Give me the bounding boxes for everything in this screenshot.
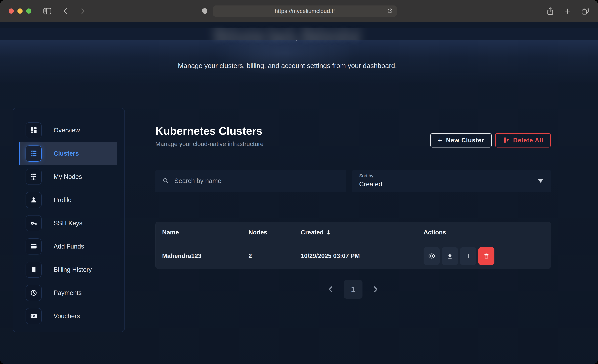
sort-updown-icon: ↕ bbox=[326, 229, 331, 236]
sort-value: Created bbox=[359, 181, 544, 188]
table-header-row: Name Nodes Created↕ Actions bbox=[156, 222, 551, 243]
sidebar-item-label: Overview bbox=[54, 127, 80, 134]
sidebar-item-billing-history[interactable]: Billing History bbox=[13, 258, 125, 281]
header-actions: + New Cluster bbox=[430, 133, 551, 148]
sidebar-item-label: Profile bbox=[54, 196, 72, 204]
prev-page-icon[interactable] bbox=[327, 286, 333, 293]
sidebar-toggle-icon[interactable] bbox=[43, 7, 52, 16]
sidebar-item-add-funds[interactable]: Add Funds bbox=[13, 235, 125, 258]
minimize-window-button[interactable] bbox=[17, 8, 23, 14]
row-actions bbox=[424, 247, 544, 265]
view-cluster-button[interactable] bbox=[424, 247, 440, 265]
trash-icon bbox=[483, 253, 490, 259]
reload-icon[interactable] bbox=[387, 8, 393, 14]
sidebar-item-label: My Nodes bbox=[54, 173, 82, 180]
sidebar-item-payments[interactable]: Payments bbox=[13, 281, 125, 305]
new-tab-icon[interactable] bbox=[564, 7, 572, 15]
address-bar-group: https://myceliumcloud.tf bbox=[201, 6, 397, 17]
plus-icon bbox=[465, 253, 472, 259]
search-icon bbox=[162, 177, 169, 184]
clock-icon bbox=[25, 285, 42, 301]
browser-toolbar: https://myceliumcloud.tf bbox=[0, 0, 598, 22]
filter-row: Sort by Created bbox=[155, 170, 551, 192]
forward-icon[interactable] bbox=[79, 8, 86, 15]
clusters-titles: Kubernetes Clusters Manage your cloud-na… bbox=[155, 124, 264, 148]
back-icon[interactable] bbox=[62, 8, 70, 15]
receipt-icon bbox=[25, 262, 42, 278]
key-icon bbox=[25, 215, 42, 231]
sidebar-item-clusters[interactable]: Clusters bbox=[13, 142, 125, 165]
download-kubeconfig-button[interactable] bbox=[442, 247, 458, 265]
next-page-icon[interactable] bbox=[373, 286, 379, 293]
eye-icon bbox=[428, 252, 435, 260]
page-title: Kubernetes Clusters bbox=[155, 124, 264, 137]
new-cluster-button[interactable]: + New Cluster bbox=[430, 133, 492, 148]
url-bar[interactable]: https://myceliumcloud.tf bbox=[213, 6, 397, 17]
column-header-nodes: Nodes bbox=[249, 229, 301, 236]
clusters-header: Kubernetes Clusters Manage your cloud-na… bbox=[155, 124, 551, 148]
share-icon[interactable] bbox=[546, 7, 554, 16]
page-body: Welcome back, Mahendra! Manage your clus… bbox=[0, 28, 598, 364]
delete-cluster-button[interactable] bbox=[478, 247, 494, 265]
clusters-panel: Kubernetes Clusters Manage your cloud-na… bbox=[155, 108, 551, 299]
person-icon bbox=[25, 192, 42, 208]
traffic-lights bbox=[9, 8, 31, 14]
sidebar-item-vouchers[interactable]: Vouchers bbox=[13, 305, 125, 328]
search-input[interactable] bbox=[174, 177, 339, 185]
delete-sweep-icon bbox=[503, 137, 510, 144]
sidebar-item-label: Billing History bbox=[54, 266, 92, 273]
sidebar-item-profile[interactable]: Profile bbox=[13, 188, 125, 212]
clusters-table: Name Nodes Created↕ Actions Mahendra123 … bbox=[155, 222, 551, 269]
cluster-name-cell: Mahendra123 bbox=[162, 253, 249, 259]
close-window-button[interactable] bbox=[9, 8, 14, 14]
dropdown-arrow-icon bbox=[538, 179, 543, 183]
download-icon bbox=[447, 253, 453, 259]
column-header-actions: Actions bbox=[424, 229, 544, 236]
tab-overview-icon[interactable] bbox=[581, 7, 589, 15]
sidebar-item-ssh-keys[interactable]: SSH Keys bbox=[13, 212, 125, 235]
toolbar-right-icons bbox=[546, 7, 589, 16]
search-box[interactable] bbox=[155, 170, 346, 192]
sidebar-item-label: SSH Keys bbox=[54, 220, 82, 227]
sidebar-nav: Overview Clusters bbox=[13, 108, 125, 332]
column-header-name: Name bbox=[162, 229, 249, 236]
privacy-shield-icon[interactable] bbox=[201, 7, 208, 15]
cluster-nodes-cell: 2 bbox=[249, 253, 301, 259]
sidebar-item-overview[interactable]: Overview bbox=[13, 119, 125, 142]
credit-card-icon bbox=[25, 238, 42, 255]
add-node-button[interactable] bbox=[460, 247, 476, 265]
sidebar-item-label: Vouchers bbox=[54, 313, 80, 320]
browser-window: https://myceliumcloud.tf bbox=[0, 0, 598, 364]
sort-select[interactable]: Sort by Created bbox=[352, 170, 551, 192]
column-header-created[interactable]: Created↕ bbox=[301, 229, 424, 236]
nav-buttons bbox=[62, 8, 86, 15]
sidebar-item-label: Add Funds bbox=[54, 243, 84, 250]
url-text: https://myceliumcloud.tf bbox=[275, 8, 335, 14]
dashboard-content: Overview Clusters bbox=[0, 108, 598, 332]
sidebar-item-label: Payments bbox=[54, 289, 82, 297]
cluster-created-cell: 10/29/2025 03:07 PM bbox=[301, 253, 424, 259]
nodes-icon bbox=[25, 169, 42, 185]
clusters-icon bbox=[25, 146, 42, 162]
ticket-percent-icon bbox=[25, 308, 42, 324]
page-number-button[interactable]: 1 bbox=[344, 280, 363, 299]
delete-all-label: Delete All bbox=[513, 137, 543, 144]
table-row: Mahendra123 2 10/29/2025 03:07 PM bbox=[156, 243, 551, 269]
sidebar-item-label: Clusters bbox=[54, 150, 79, 157]
delete-all-button[interactable]: Delete All bbox=[495, 133, 551, 148]
pagination: 1 bbox=[155, 280, 551, 299]
sidebar-item-my-nodes[interactable]: My Nodes bbox=[13, 165, 125, 188]
sticky-header-blur-band bbox=[0, 28, 598, 40]
plus-icon: + bbox=[438, 137, 442, 144]
new-cluster-label: New Cluster bbox=[446, 137, 484, 144]
zoom-window-button[interactable] bbox=[26, 8, 31, 14]
page-subtitle: Manage your cloud-native infrastructure bbox=[155, 141, 264, 148]
welcome-subtitle: Manage your clusters, billing, and accou… bbox=[0, 62, 598, 70]
dashboard-icon bbox=[25, 122, 42, 138]
sort-label: Sort by bbox=[359, 173, 544, 179]
